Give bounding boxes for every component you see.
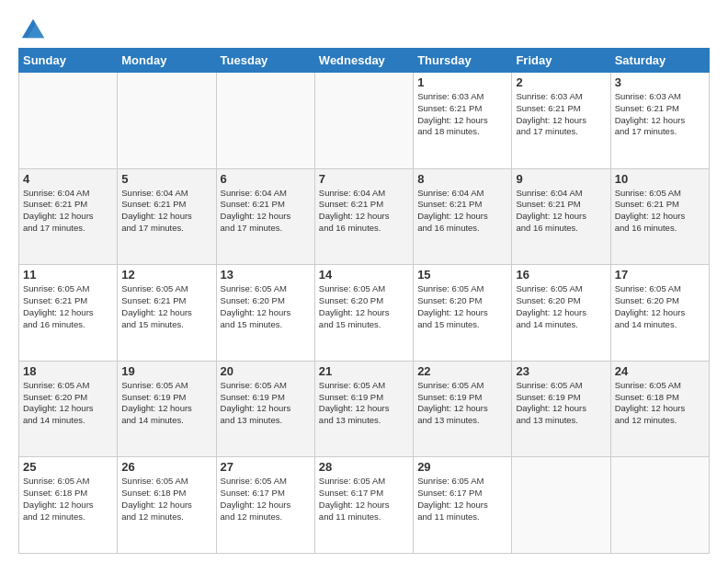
day-number: 18 <box>23 364 113 378</box>
day-info: Sunrise: 6:03 AM Sunset: 6:21 PM Dayligh… <box>516 91 606 138</box>
col-thursday: Thursday <box>414 49 512 73</box>
calendar-cell <box>610 457 709 554</box>
day-info: Sunrise: 6:05 AM Sunset: 6:19 PM Dayligh… <box>417 380 507 427</box>
calendar-week-3: 11Sunrise: 6:05 AM Sunset: 6:21 PM Dayli… <box>19 265 710 362</box>
day-info: Sunrise: 6:04 AM Sunset: 6:21 PM Dayligh… <box>121 188 211 235</box>
day-number: 15 <box>417 268 507 282</box>
day-number: 25 <box>23 460 113 474</box>
day-number: 24 <box>615 364 705 378</box>
col-sunday: Sunday <box>19 49 118 73</box>
col-saturday: Saturday <box>610 49 709 73</box>
col-monday: Monday <box>118 49 216 73</box>
calendar-week-4: 18Sunrise: 6:05 AM Sunset: 6:20 PM Dayli… <box>19 361 710 457</box>
calendar-cell: 8Sunrise: 6:04 AM Sunset: 6:21 PM Daylig… <box>414 168 512 265</box>
day-info: Sunrise: 6:04 AM Sunset: 6:21 PM Dayligh… <box>23 188 113 235</box>
day-number: 22 <box>417 364 507 378</box>
col-friday: Friday <box>512 49 610 73</box>
day-number: 2 <box>516 75 606 89</box>
day-info: Sunrise: 6:05 AM Sunset: 6:17 PM Dayligh… <box>221 476 311 523</box>
day-info: Sunrise: 6:05 AM Sunset: 6:20 PM Dayligh… <box>615 283 705 330</box>
day-info: Sunrise: 6:05 AM Sunset: 6:20 PM Dayligh… <box>417 283 507 330</box>
calendar-cell: 5Sunrise: 6:04 AM Sunset: 6:21 PM Daylig… <box>118 168 216 265</box>
calendar-cell: 4Sunrise: 6:04 AM Sunset: 6:21 PM Daylig… <box>19 168 118 265</box>
day-number: 21 <box>319 364 409 378</box>
day-info: Sunrise: 6:05 AM Sunset: 6:18 PM Dayligh… <box>121 476 211 523</box>
calendar-cell: 17Sunrise: 6:05 AM Sunset: 6:20 PM Dayli… <box>610 265 709 362</box>
calendar-cell: 12Sunrise: 6:05 AM Sunset: 6:21 PM Dayli… <box>118 265 216 362</box>
day-number: 23 <box>516 364 606 378</box>
day-number: 7 <box>319 172 409 186</box>
day-number: 29 <box>417 460 507 474</box>
day-info: Sunrise: 6:05 AM Sunset: 6:17 PM Dayligh… <box>319 476 409 523</box>
day-number: 26 <box>121 460 211 474</box>
day-info: Sunrise: 6:05 AM Sunset: 6:20 PM Dayligh… <box>23 380 113 427</box>
calendar-cell: 18Sunrise: 6:05 AM Sunset: 6:20 PM Dayli… <box>19 361 118 457</box>
day-info: Sunrise: 6:04 AM Sunset: 6:21 PM Dayligh… <box>221 188 311 235</box>
day-info: Sunrise: 6:05 AM Sunset: 6:18 PM Dayligh… <box>23 476 113 523</box>
calendar-cell: 22Sunrise: 6:05 AM Sunset: 6:19 PM Dayli… <box>414 361 512 457</box>
day-number: 6 <box>221 172 311 186</box>
day-info: Sunrise: 6:05 AM Sunset: 6:20 PM Dayligh… <box>221 283 311 330</box>
calendar-week-1: 1Sunrise: 6:03 AM Sunset: 6:21 PM Daylig… <box>19 73 710 169</box>
calendar-header-row: Sunday Monday Tuesday Wednesday Thursday… <box>19 49 710 73</box>
day-number: 8 <box>417 172 507 186</box>
day-number: 17 <box>615 268 705 282</box>
calendar-cell: 13Sunrise: 6:05 AM Sunset: 6:20 PM Dayli… <box>216 265 314 362</box>
calendar-cell: 23Sunrise: 6:05 AM Sunset: 6:19 PM Dayli… <box>512 361 610 457</box>
day-number: 19 <box>121 364 211 378</box>
calendar-cell: 9Sunrise: 6:04 AM Sunset: 6:21 PM Daylig… <box>512 168 610 265</box>
day-info: Sunrise: 6:05 AM Sunset: 6:19 PM Dayligh… <box>121 380 211 427</box>
page: Sunday Monday Tuesday Wednesday Thursday… <box>0 0 728 563</box>
calendar-cell: 16Sunrise: 6:05 AM Sunset: 6:20 PM Dayli… <box>512 265 610 362</box>
calendar-cell: 28Sunrise: 6:05 AM Sunset: 6:17 PM Dayli… <box>314 457 413 554</box>
day-number: 20 <box>221 364 311 378</box>
calendar-cell: 15Sunrise: 6:05 AM Sunset: 6:20 PM Dayli… <box>414 265 512 362</box>
day-info: Sunrise: 6:05 AM Sunset: 6:17 PM Dayligh… <box>417 476 507 523</box>
calendar-week-2: 4Sunrise: 6:04 AM Sunset: 6:21 PM Daylig… <box>19 168 710 265</box>
day-info: Sunrise: 6:05 AM Sunset: 6:21 PM Dayligh… <box>615 188 705 235</box>
day-info: Sunrise: 6:04 AM Sunset: 6:21 PM Dayligh… <box>319 188 409 235</box>
day-info: Sunrise: 6:04 AM Sunset: 6:21 PM Dayligh… <box>417 188 507 235</box>
day-number: 11 <box>23 268 113 282</box>
calendar-cell: 27Sunrise: 6:05 AM Sunset: 6:17 PM Dayli… <box>216 457 314 554</box>
day-number: 27 <box>221 460 311 474</box>
col-tuesday: Tuesday <box>216 49 314 73</box>
calendar-cell <box>314 73 413 169</box>
day-info: Sunrise: 6:05 AM Sunset: 6:19 PM Dayligh… <box>221 380 311 427</box>
day-info: Sunrise: 6:05 AM Sunset: 6:21 PM Dayligh… <box>23 283 113 330</box>
day-number: 28 <box>319 460 409 474</box>
day-info: Sunrise: 6:05 AM Sunset: 6:19 PM Dayligh… <box>319 380 409 427</box>
day-info: Sunrise: 6:03 AM Sunset: 6:21 PM Dayligh… <box>615 91 705 138</box>
day-number: 14 <box>319 268 409 282</box>
calendar-cell: 2Sunrise: 6:03 AM Sunset: 6:21 PM Daylig… <box>512 73 610 169</box>
day-info: Sunrise: 6:04 AM Sunset: 6:21 PM Dayligh… <box>516 188 606 235</box>
day-number: 9 <box>516 172 606 186</box>
calendar-cell: 1Sunrise: 6:03 AM Sunset: 6:21 PM Daylig… <box>414 73 512 169</box>
day-info: Sunrise: 6:05 AM Sunset: 6:20 PM Dayligh… <box>516 283 606 330</box>
calendar-cell: 3Sunrise: 6:03 AM Sunset: 6:21 PM Daylig… <box>610 73 709 169</box>
calendar-cell <box>19 73 118 169</box>
day-info: Sunrise: 6:03 AM Sunset: 6:21 PM Dayligh… <box>417 91 507 138</box>
calendar-cell: 21Sunrise: 6:05 AM Sunset: 6:19 PM Dayli… <box>314 361 413 457</box>
logo <box>18 15 46 40</box>
calendar-cell: 7Sunrise: 6:04 AM Sunset: 6:21 PM Daylig… <box>314 168 413 265</box>
calendar-cell: 14Sunrise: 6:05 AM Sunset: 6:20 PM Dayli… <box>314 265 413 362</box>
day-number: 13 <box>221 268 311 282</box>
calendar-cell <box>216 73 314 169</box>
calendar-cell: 19Sunrise: 6:05 AM Sunset: 6:19 PM Dayli… <box>118 361 216 457</box>
day-number: 4 <box>23 172 113 186</box>
calendar-cell: 6Sunrise: 6:04 AM Sunset: 6:21 PM Daylig… <box>216 168 314 265</box>
calendar-cell: 26Sunrise: 6:05 AM Sunset: 6:18 PM Dayli… <box>118 457 216 554</box>
day-number: 3 <box>615 75 705 89</box>
logo-icon <box>20 15 46 40</box>
calendar-cell: 11Sunrise: 6:05 AM Sunset: 6:21 PM Dayli… <box>19 265 118 362</box>
day-number: 1 <box>417 75 507 89</box>
calendar-cell: 29Sunrise: 6:05 AM Sunset: 6:17 PM Dayli… <box>414 457 512 554</box>
col-wednesday: Wednesday <box>314 49 413 73</box>
day-number: 5 <box>121 172 211 186</box>
day-number: 12 <box>121 268 211 282</box>
header <box>18 15 710 40</box>
day-info: Sunrise: 6:05 AM Sunset: 6:19 PM Dayligh… <box>516 380 606 427</box>
calendar-cell <box>512 457 610 554</box>
calendar-cell: 24Sunrise: 6:05 AM Sunset: 6:18 PM Dayli… <box>610 361 709 457</box>
